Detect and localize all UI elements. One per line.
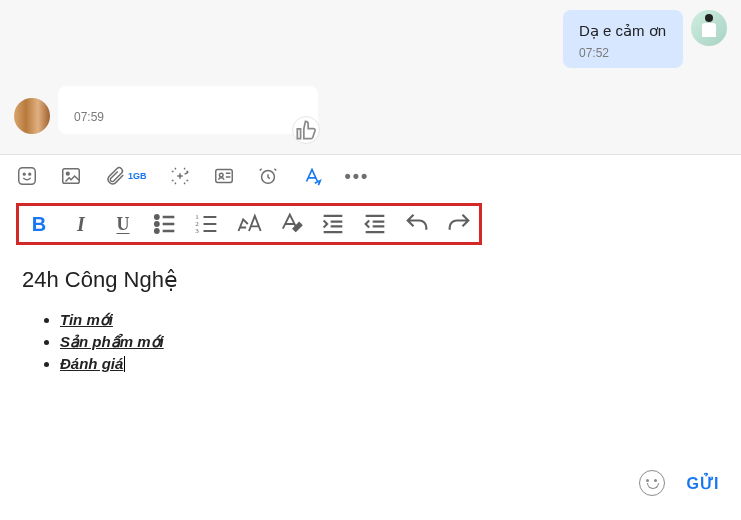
svg-point-4 <box>66 172 69 175</box>
list-item: Tin mới <box>60 311 721 329</box>
contact-avatar[interactable] <box>14 98 50 134</box>
numbered-list-button[interactable]: 123 <box>193 210 221 238</box>
svg-point-8 <box>155 215 159 219</box>
send-button[interactable]: GỬI <box>687 474 719 493</box>
svg-rect-0 <box>19 168 36 185</box>
indent-decrease-button[interactable] <box>361 210 389 238</box>
my-avatar[interactable] <box>691 10 727 46</box>
incoming-message-bubble[interactable]: 07:59 <box>58 86 318 134</box>
svg-rect-5 <box>215 170 232 183</box>
svg-point-6 <box>219 173 223 177</box>
compose-toolbar: 1GB ••• <box>0 154 741 197</box>
alarm-icon[interactable] <box>257 165 279 187</box>
bold-button[interactable]: B <box>25 210 53 238</box>
outgoing-message-time: 07:52 <box>579 46 667 60</box>
contact-card-icon[interactable] <box>213 165 235 187</box>
list-item: Sản phẩm mới <box>60 333 721 351</box>
svg-point-9 <box>155 222 159 226</box>
svg-point-2 <box>29 173 31 175</box>
bullet-list-button[interactable] <box>151 210 179 238</box>
redo-button[interactable] <box>445 210 473 238</box>
attachment-size-label: 1GB <box>128 165 147 187</box>
outgoing-message-bubble[interactable]: Dạ e cảm ơn 07:52 <box>563 10 683 68</box>
format-text-icon[interactable] <box>301 165 323 187</box>
compose-editor[interactable]: 24h Công Nghệ Tin mới Sản phẩm mới Đánh … <box>0 253 741 520</box>
svg-text:3: 3 <box>195 227 199 235</box>
svg-point-1 <box>23 173 25 175</box>
font-size-button[interactable] <box>235 210 263 238</box>
indent-increase-button[interactable] <box>319 210 347 238</box>
screenshot-icon[interactable] <box>169 165 191 187</box>
italic-button[interactable]: I <box>67 210 95 238</box>
incoming-message-row: 07:59 <box>14 86 727 134</box>
list-item: Đánh giá <box>60 355 721 372</box>
more-icon[interactable]: ••• <box>345 166 370 187</box>
sticker-icon[interactable] <box>16 165 38 187</box>
svg-point-10 <box>155 229 159 233</box>
image-icon[interactable] <box>60 165 82 187</box>
clear-format-button[interactable] <box>277 210 305 238</box>
underline-button[interactable]: U <box>109 210 137 238</box>
undo-button[interactable] <box>403 210 431 238</box>
editor-heading: 24h Công Nghệ <box>22 267 721 293</box>
like-reaction-button[interactable] <box>292 116 320 144</box>
outgoing-message-row: Dạ e cảm ơn 07:52 <box>14 10 727 68</box>
outgoing-message-text: Dạ e cảm ơn <box>579 22 667 40</box>
chat-pane: Dạ e cảm ơn 07:52 07:59 <box>0 0 741 154</box>
incoming-message-time: 07:59 <box>74 110 302 124</box>
emoji-picker-button[interactable] <box>639 470 665 496</box>
send-row: GỬI <box>639 470 719 496</box>
format-toolbar-highlight: B I U 123 <box>0 197 741 253</box>
format-toolbar: B I U 123 <box>16 203 482 245</box>
editor-bullet-list: Tin mới Sản phẩm mới Đánh giá <box>20 311 721 372</box>
attachment-group[interactable]: 1GB <box>104 165 147 187</box>
paperclip-icon <box>104 165 126 187</box>
